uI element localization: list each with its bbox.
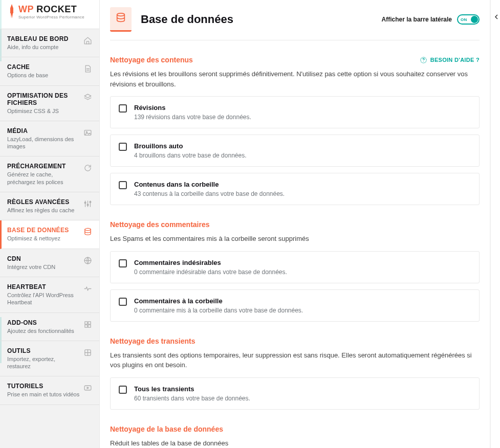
svg-point-8 bbox=[85, 229, 91, 231]
rocket-icon bbox=[8, 4, 15, 20]
heartbeat-icon bbox=[83, 284, 92, 295]
nav-item-sub: Importez, exportez, restaurez bbox=[7, 355, 80, 370]
help-label: BESOIN D'AIDE ? bbox=[430, 57, 480, 63]
sidebar-item-layers[interactable]: OPTIMISATION DES FICHIERS Optimisez CSS … bbox=[0, 86, 99, 121]
option-row: Tous les transients 60 transients dans v… bbox=[110, 377, 480, 410]
option-sub: 139 révisions dans votre base de données… bbox=[134, 114, 471, 121]
sidebar-item-heartbeat[interactable]: HEARTBEAT Contrôlez l'API WordPress Hear… bbox=[0, 277, 99, 313]
sidebar-item-tools[interactable]: OUTILS Importez, exportez, restaurez bbox=[0, 341, 99, 377]
sidebar-item-doc[interactable]: CACHE Options de base bbox=[0, 57, 99, 85]
section-desc: Les Spams et les commentaires mis à la c… bbox=[110, 234, 480, 244]
option-row: Commentaires à la corbeille 0 commentair… bbox=[110, 289, 480, 322]
nav-item-sub: Options de base bbox=[7, 72, 80, 79]
nav-item-sub: Optimisez & nettoyez bbox=[7, 235, 80, 242]
aside-strip bbox=[490, 0, 500, 448]
nav-item-sub: Générez le cache, préchargez les polices bbox=[7, 171, 80, 186]
svg-point-5 bbox=[84, 202, 86, 204]
sidebar-item-refresh[interactable]: PRÉCHARGEMENT Générez le cache, précharg… bbox=[0, 156, 99, 192]
page-title: Base de données bbox=[141, 13, 373, 26]
checkbox[interactable] bbox=[119, 298, 127, 306]
option-sub: 0 commentaire mis à la corbeille dans vo… bbox=[134, 307, 471, 314]
section-title: Nettoyage des contenus bbox=[110, 56, 193, 64]
image-icon bbox=[83, 128, 92, 139]
section-title: Nettoyage des commentaires bbox=[110, 220, 210, 229]
nav-item-sub: Affinez les règles du cache bbox=[7, 207, 80, 214]
layers-icon bbox=[83, 93, 92, 104]
doc-icon bbox=[83, 64, 92, 75]
nav-item-title: CDN bbox=[7, 255, 80, 262]
database-icon bbox=[83, 228, 92, 238]
svg-point-16 bbox=[117, 13, 125, 16]
svg-point-6 bbox=[87, 204, 89, 206]
globe-icon bbox=[83, 256, 92, 267]
sidebar-nav: TABLEAU DE BORD Aide, info du compte CAC… bbox=[0, 29, 99, 448]
section: Nettoyage des transients Les transients … bbox=[110, 337, 480, 410]
nav-item-title: TUTORIELS bbox=[7, 383, 80, 390]
sidebar-item-image[interactable]: MÉDIA LazyLoad, dimensions des images bbox=[0, 121, 99, 157]
option-sub: 60 transients dans votre base de données… bbox=[134, 395, 471, 402]
sidebar-item-globe[interactable]: CDN Intégrez votre CDN bbox=[0, 249, 99, 277]
nav-item-sub: LazyLoad, dimensions des images bbox=[7, 136, 80, 150]
option-title: Tous les transients bbox=[134, 385, 471, 393]
checkbox[interactable] bbox=[119, 143, 127, 151]
puzzle-icon bbox=[83, 320, 92, 331]
nav-item-sub: Aide, info du compte bbox=[7, 43, 80, 51]
section-title: Nettoyage de la base de données bbox=[110, 425, 223, 433]
section-desc: Les transients sont des options temporai… bbox=[110, 350, 480, 370]
home-icon bbox=[83, 36, 92, 47]
section-desc: Les révisions et les brouillons seront s… bbox=[110, 69, 480, 89]
sidebar-item-home[interactable]: TABLEAU DE BORD Aide, info du compte bbox=[0, 29, 99, 57]
section: Nettoyage des commentaires Les Spams et … bbox=[110, 220, 480, 322]
option-title: Commentaires indésirables bbox=[134, 259, 471, 266]
page-header: Base de données Afficher la barre latéra… bbox=[110, 0, 480, 32]
section-title: Nettoyage des transients bbox=[110, 337, 195, 345]
option-sub: 43 contenus à la corbeille dans votre ba… bbox=[134, 190, 471, 197]
checkbox[interactable] bbox=[119, 259, 127, 267]
option-sub: 4 brouillons dans votre base de données. bbox=[134, 152, 471, 159]
nav-item-sub: Intégrez votre CDN bbox=[7, 263, 80, 271]
help-icon bbox=[420, 56, 427, 64]
main-content: Base de données Afficher la barre latéra… bbox=[100, 0, 490, 448]
sidebar-item-sliders[interactable]: RÈGLES AVANCÉES Affinez les règles du ca… bbox=[0, 192, 99, 220]
checkbox[interactable] bbox=[119, 104, 127, 113]
sidebar: WP ROCKET Superior WordPress Performance… bbox=[0, 0, 100, 448]
sidebar-item-puzzle[interactable]: ADD-ONS Ajoutez des fonctionnalités bbox=[0, 313, 99, 341]
video-icon bbox=[83, 384, 92, 394]
option-title: Commentaires à la corbeille bbox=[134, 297, 471, 305]
svg-point-18 bbox=[423, 61, 424, 61]
option-row: Brouillons auto 4 brouillons dans votre … bbox=[110, 135, 480, 167]
nav-item-sub: Ajoutez des fonctionnalités bbox=[7, 327, 80, 334]
nav-item-sub: Prise en main et tutos vidéos bbox=[7, 391, 80, 398]
option-title: Contenus dans la corbeille bbox=[134, 181, 471, 188]
option-title: Révisions bbox=[134, 104, 471, 111]
sidebar-item-video[interactable]: TUTORIELS Prise en main et tutos vidéos bbox=[0, 376, 99, 405]
section: Nettoyage des contenus BESOIN D'AIDE ? L… bbox=[110, 56, 480, 205]
refresh-icon bbox=[83, 164, 92, 174]
option-title: Brouillons auto bbox=[134, 142, 471, 150]
chevron-left-icon bbox=[494, 14, 499, 19]
tools-icon bbox=[83, 348, 92, 359]
option-sub: 0 commentaire indésirable dans votre bas… bbox=[134, 268, 471, 276]
section: Nettoyage de la base de données Réduit l… bbox=[110, 425, 480, 449]
svg-point-1 bbox=[86, 131, 87, 132]
option-row: Révisions 139 révisions dans votre base … bbox=[110, 96, 480, 128]
section-desc: Réduit les tables de la base de données bbox=[110, 438, 480, 449]
option-row: Contenus dans la corbeille 43 contenus à… bbox=[110, 173, 480, 205]
sidebar-toggle-label: Afficher la barre latérale bbox=[382, 16, 452, 23]
help-link[interactable]: BESOIN D'AIDE ? bbox=[420, 56, 480, 64]
nav-item-sub: Optimisez CSS & JS bbox=[7, 107, 80, 115]
nav-item-title: MÉDIA bbox=[7, 127, 80, 135]
checkbox[interactable] bbox=[119, 386, 127, 394]
database-icon bbox=[110, 7, 132, 32]
sidebar-item-database[interactable]: BASE DE DONNÉES Optimisez & nettoyez bbox=[0, 220, 99, 249]
checkbox[interactable] bbox=[119, 181, 127, 189]
sidebar-toggle-group: Afficher la barre latérale ON bbox=[382, 14, 480, 25]
nav-item-title: BASE DE DONNÉES bbox=[7, 227, 80, 234]
sidebar-toggle[interactable]: ON bbox=[457, 14, 480, 25]
nav-item-title: PRÉCHARGEMENT bbox=[7, 163, 80, 170]
nav-item-title: RÈGLES AVANCÉES bbox=[7, 198, 80, 206]
sliders-icon bbox=[83, 199, 92, 210]
svg-rect-13 bbox=[88, 325, 91, 327]
app-logo: WP ROCKET Superior WordPress Performance bbox=[0, 0, 99, 29]
nav-item-sub: Contrôlez l'API WordPress Heartbeat bbox=[7, 292, 80, 306]
